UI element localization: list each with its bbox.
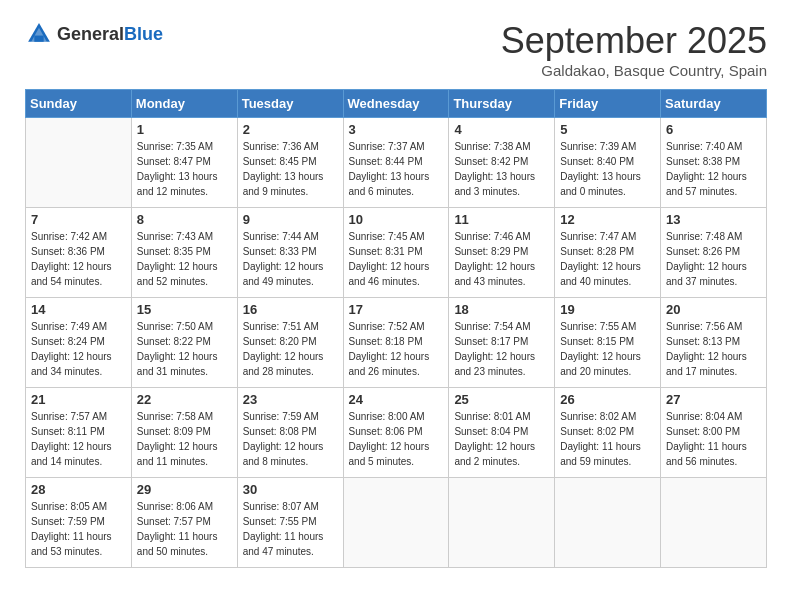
day-cell xyxy=(343,478,449,568)
day-cell: 17Sunrise: 7:52 AMSunset: 8:18 PMDayligh… xyxy=(343,298,449,388)
day-cell: 24Sunrise: 8:00 AMSunset: 8:06 PMDayligh… xyxy=(343,388,449,478)
location: Galdakao, Basque Country, Spain xyxy=(501,62,767,79)
day-cell: 22Sunrise: 7:58 AMSunset: 8:09 PMDayligh… xyxy=(131,388,237,478)
day-cell: 15Sunrise: 7:50 AMSunset: 8:22 PMDayligh… xyxy=(131,298,237,388)
day-number: 7 xyxy=(31,212,126,227)
title-block: September 2025 Galdakao, Basque Country,… xyxy=(501,20,767,79)
day-info: Sunrise: 7:51 AMSunset: 8:20 PMDaylight:… xyxy=(243,319,338,379)
day-cell: 18Sunrise: 7:54 AMSunset: 8:17 PMDayligh… xyxy=(449,298,555,388)
header-day-friday: Friday xyxy=(555,90,661,118)
day-cell: 12Sunrise: 7:47 AMSunset: 8:28 PMDayligh… xyxy=(555,208,661,298)
day-info: Sunrise: 7:45 AMSunset: 8:31 PMDaylight:… xyxy=(349,229,444,289)
day-info: Sunrise: 8:07 AMSunset: 7:55 PMDaylight:… xyxy=(243,499,338,559)
day-cell: 20Sunrise: 7:56 AMSunset: 8:13 PMDayligh… xyxy=(661,298,767,388)
day-info: Sunrise: 8:01 AMSunset: 8:04 PMDaylight:… xyxy=(454,409,549,469)
day-number: 19 xyxy=(560,302,655,317)
day-number: 21 xyxy=(31,392,126,407)
day-cell xyxy=(555,478,661,568)
day-info: Sunrise: 8:02 AMSunset: 8:02 PMDaylight:… xyxy=(560,409,655,469)
day-info: Sunrise: 8:04 AMSunset: 8:00 PMDaylight:… xyxy=(666,409,761,469)
day-number: 18 xyxy=(454,302,549,317)
day-number: 5 xyxy=(560,122,655,137)
day-number: 17 xyxy=(349,302,444,317)
day-number: 30 xyxy=(243,482,338,497)
day-cell xyxy=(449,478,555,568)
day-number: 9 xyxy=(243,212,338,227)
day-info: Sunrise: 7:46 AMSunset: 8:29 PMDaylight:… xyxy=(454,229,549,289)
page-header: GeneralBlue September 2025 Galdakao, Bas… xyxy=(25,20,767,79)
day-info: Sunrise: 7:42 AMSunset: 8:36 PMDaylight:… xyxy=(31,229,126,289)
day-info: Sunrise: 7:58 AMSunset: 8:09 PMDaylight:… xyxy=(137,409,232,469)
day-number: 2 xyxy=(243,122,338,137)
week-row-4: 21Sunrise: 7:57 AMSunset: 8:11 PMDayligh… xyxy=(26,388,767,478)
day-cell: 8Sunrise: 7:43 AMSunset: 8:35 PMDaylight… xyxy=(131,208,237,298)
day-number: 25 xyxy=(454,392,549,407)
day-number: 24 xyxy=(349,392,444,407)
logo: GeneralBlue xyxy=(25,20,163,48)
day-cell: 19Sunrise: 7:55 AMSunset: 8:15 PMDayligh… xyxy=(555,298,661,388)
day-cell xyxy=(661,478,767,568)
day-cell: 5Sunrise: 7:39 AMSunset: 8:40 PMDaylight… xyxy=(555,118,661,208)
day-cell: 7Sunrise: 7:42 AMSunset: 8:36 PMDaylight… xyxy=(26,208,132,298)
day-cell: 9Sunrise: 7:44 AMSunset: 8:33 PMDaylight… xyxy=(237,208,343,298)
day-number: 11 xyxy=(454,212,549,227)
day-info: Sunrise: 7:49 AMSunset: 8:24 PMDaylight:… xyxy=(31,319,126,379)
day-cell: 25Sunrise: 8:01 AMSunset: 8:04 PMDayligh… xyxy=(449,388,555,478)
day-cell: 4Sunrise: 7:38 AMSunset: 8:42 PMDaylight… xyxy=(449,118,555,208)
day-number: 6 xyxy=(666,122,761,137)
day-info: Sunrise: 7:36 AMSunset: 8:45 PMDaylight:… xyxy=(243,139,338,199)
day-number: 26 xyxy=(560,392,655,407)
day-info: Sunrise: 7:50 AMSunset: 8:22 PMDaylight:… xyxy=(137,319,232,379)
logo-blue: Blue xyxy=(124,24,163,44)
day-cell: 30Sunrise: 8:07 AMSunset: 7:55 PMDayligh… xyxy=(237,478,343,568)
day-info: Sunrise: 7:39 AMSunset: 8:40 PMDaylight:… xyxy=(560,139,655,199)
header-day-tuesday: Tuesday xyxy=(237,90,343,118)
day-cell: 10Sunrise: 7:45 AMSunset: 8:31 PMDayligh… xyxy=(343,208,449,298)
day-cell: 26Sunrise: 8:02 AMSunset: 8:02 PMDayligh… xyxy=(555,388,661,478)
day-info: Sunrise: 8:05 AMSunset: 7:59 PMDaylight:… xyxy=(31,499,126,559)
day-cell: 14Sunrise: 7:49 AMSunset: 8:24 PMDayligh… xyxy=(26,298,132,388)
day-info: Sunrise: 8:00 AMSunset: 8:06 PMDaylight:… xyxy=(349,409,444,469)
week-row-5: 28Sunrise: 8:05 AMSunset: 7:59 PMDayligh… xyxy=(26,478,767,568)
logo-icon xyxy=(25,20,53,48)
day-info: Sunrise: 7:56 AMSunset: 8:13 PMDaylight:… xyxy=(666,319,761,379)
day-info: Sunrise: 7:40 AMSunset: 8:38 PMDaylight:… xyxy=(666,139,761,199)
day-info: Sunrise: 7:43 AMSunset: 8:35 PMDaylight:… xyxy=(137,229,232,289)
day-cell: 23Sunrise: 7:59 AMSunset: 8:08 PMDayligh… xyxy=(237,388,343,478)
day-number: 13 xyxy=(666,212,761,227)
day-cell: 28Sunrise: 8:05 AMSunset: 7:59 PMDayligh… xyxy=(26,478,132,568)
day-info: Sunrise: 7:38 AMSunset: 8:42 PMDaylight:… xyxy=(454,139,549,199)
day-info: Sunrise: 7:35 AMSunset: 8:47 PMDaylight:… xyxy=(137,139,232,199)
day-number: 22 xyxy=(137,392,232,407)
day-info: Sunrise: 7:48 AMSunset: 8:26 PMDaylight:… xyxy=(666,229,761,289)
header-day-wednesday: Wednesday xyxy=(343,90,449,118)
day-info: Sunrise: 7:52 AMSunset: 8:18 PMDaylight:… xyxy=(349,319,444,379)
day-cell: 2Sunrise: 7:36 AMSunset: 8:45 PMDaylight… xyxy=(237,118,343,208)
day-number: 1 xyxy=(137,122,232,137)
day-cell: 13Sunrise: 7:48 AMSunset: 8:26 PMDayligh… xyxy=(661,208,767,298)
day-cell: 1Sunrise: 7:35 AMSunset: 8:47 PMDaylight… xyxy=(131,118,237,208)
day-number: 29 xyxy=(137,482,232,497)
day-number: 8 xyxy=(137,212,232,227)
day-info: Sunrise: 8:06 AMSunset: 7:57 PMDaylight:… xyxy=(137,499,232,559)
header-day-thursday: Thursday xyxy=(449,90,555,118)
week-row-1: 1Sunrise: 7:35 AMSunset: 8:47 PMDaylight… xyxy=(26,118,767,208)
day-cell: 27Sunrise: 8:04 AMSunset: 8:00 PMDayligh… xyxy=(661,388,767,478)
week-row-2: 7Sunrise: 7:42 AMSunset: 8:36 PMDaylight… xyxy=(26,208,767,298)
day-info: Sunrise: 7:55 AMSunset: 8:15 PMDaylight:… xyxy=(560,319,655,379)
logo-general: General xyxy=(57,24,124,44)
day-cell: 16Sunrise: 7:51 AMSunset: 8:20 PMDayligh… xyxy=(237,298,343,388)
day-number: 20 xyxy=(666,302,761,317)
day-number: 4 xyxy=(454,122,549,137)
header-row: SundayMondayTuesdayWednesdayThursdayFrid… xyxy=(26,90,767,118)
day-info: Sunrise: 7:44 AMSunset: 8:33 PMDaylight:… xyxy=(243,229,338,289)
header-day-sunday: Sunday xyxy=(26,90,132,118)
day-cell: 11Sunrise: 7:46 AMSunset: 8:29 PMDayligh… xyxy=(449,208,555,298)
day-cell xyxy=(26,118,132,208)
day-number: 3 xyxy=(349,122,444,137)
day-number: 15 xyxy=(137,302,232,317)
day-number: 28 xyxy=(31,482,126,497)
month-title: September 2025 xyxy=(501,20,767,62)
day-info: Sunrise: 7:59 AMSunset: 8:08 PMDaylight:… xyxy=(243,409,338,469)
day-number: 14 xyxy=(31,302,126,317)
